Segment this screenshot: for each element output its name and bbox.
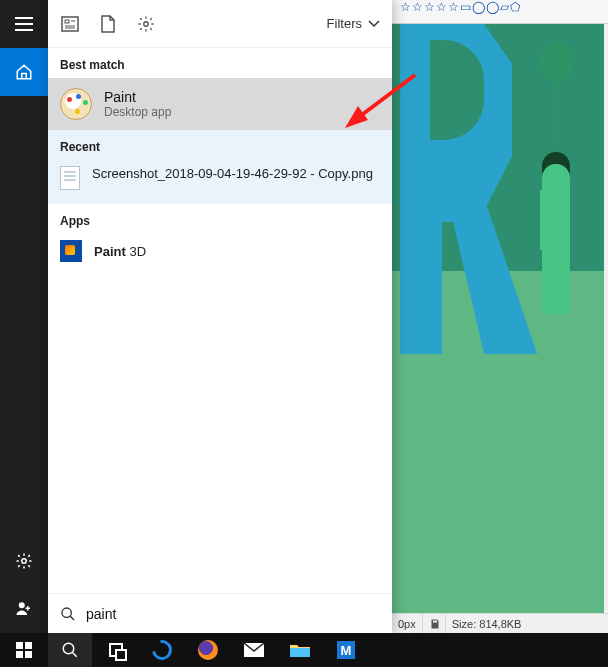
start-button[interactable] [2, 633, 46, 667]
best-match-subtitle: Desktop app [104, 105, 171, 119]
paint-app-icon [60, 88, 92, 120]
svg-point-12 [63, 643, 74, 654]
apps-result-label: Paint 3D [94, 244, 146, 259]
recent-header: Recent [48, 130, 392, 160]
svg-line-13 [72, 652, 77, 657]
windows-icon [16, 642, 32, 658]
best-match-title: Paint [104, 89, 171, 105]
recent-file-item[interactable]: Screenshot_2018-09-04-19-46-29-92 - Copy… [48, 160, 392, 196]
canvas-person-arm [540, 190, 548, 250]
search-input[interactable] [86, 606, 380, 622]
hamburger-button[interactable] [0, 0, 48, 48]
svg-point-8 [62, 608, 71, 617]
task-view-button[interactable] [94, 633, 138, 667]
taskbar-mail[interactable] [232, 633, 276, 667]
filters-label: Filters [327, 16, 362, 31]
shapes-gallery[interactable]: ☆☆☆☆☆▭◯◯▱⬠ [400, 0, 598, 14]
mail-icon [243, 642, 265, 658]
search-panel: Filters Best match Paint Desktop app Rec… [48, 0, 392, 633]
folder-icon [289, 642, 311, 658]
status-size: Size: 814,8KB [422, 614, 534, 633]
recent-file-name: Screenshot_2018-09-04-19-46-29-92 - Copy… [92, 166, 373, 183]
documents-scope-icon[interactable] [98, 14, 118, 34]
svg-line-9 [70, 616, 74, 620]
edge-icon [148, 636, 176, 664]
settings-scope-icon[interactable] [136, 14, 156, 34]
search-icon [61, 641, 79, 659]
floppy-icon [429, 618, 441, 630]
taskbar-search-button[interactable] [48, 633, 92, 667]
apps-result-paint3d[interactable]: Paint 3D [48, 234, 392, 268]
canvas-balloon [540, 42, 574, 82]
taskbar-edge[interactable] [140, 633, 184, 667]
search-icon [60, 606, 76, 622]
filters-dropdown[interactable]: Filters [327, 16, 380, 31]
search-panel-top: Filters [48, 0, 392, 48]
home-button[interactable] [0, 48, 48, 96]
start-left-rail [0, 0, 48, 633]
person-icon [15, 600, 33, 618]
settings-button[interactable] [0, 537, 48, 585]
apps-header: Apps [48, 204, 392, 234]
svg-point-0 [22, 559, 27, 564]
taskbar-explorer[interactable] [278, 633, 322, 667]
canvas-letter-r [400, 24, 540, 354]
image-file-icon [60, 166, 80, 190]
paint3d-icon [60, 240, 82, 262]
search-input-row[interactable] [48, 593, 392, 633]
status-px: 0px [392, 614, 422, 633]
task-view-icon [109, 643, 123, 657]
taskbar-malwarebytes[interactable]: M [324, 633, 368, 667]
paint-canvas[interactable] [392, 24, 604, 613]
malwarebytes-icon: M [337, 641, 355, 659]
firefox-icon [198, 640, 218, 660]
taskbar-firefox[interactable] [186, 633, 230, 667]
svg-rect-2 [62, 17, 78, 31]
account-button[interactable] [0, 585, 48, 633]
home-icon [15, 63, 33, 81]
best-match-header: Best match [48, 48, 392, 78]
best-match-result[interactable]: Paint Desktop app [48, 78, 392, 130]
chevron-down-icon [368, 20, 380, 28]
gear-icon [15, 552, 33, 570]
svg-point-7 [144, 21, 149, 26]
svg-point-1 [19, 602, 25, 608]
taskbar: M [0, 633, 608, 667]
apps-scope-icon[interactable] [60, 14, 80, 34]
svg-rect-3 [65, 20, 69, 23]
paint-status-bar: 0px Size: 814,8KB [392, 613, 608, 633]
